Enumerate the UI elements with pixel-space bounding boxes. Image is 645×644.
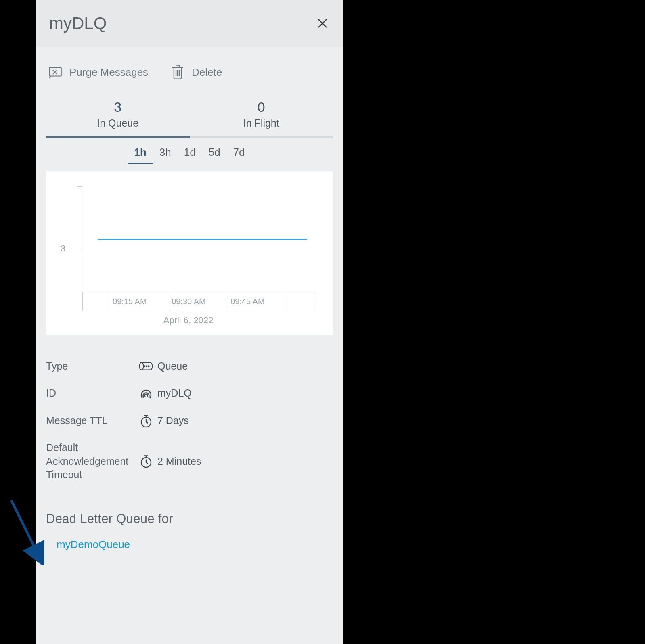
clock-icon — [139, 454, 153, 468]
fingerprint-icon — [139, 386, 153, 401]
chart-card: 3 09:15 AM 09:30 AM 09:45 AM April 6, 20… — [46, 171, 333, 335]
close-icon — [316, 17, 329, 29]
delete-label: Delete — [192, 66, 222, 79]
queue-detail-panel: myDLQ Purge Messages Delete 3 In Qu — [36, 0, 343, 644]
prop-type: Type Queue — [46, 353, 333, 380]
property-list: Type Queue ID myDLQ Message TTL 7 Days — [46, 353, 333, 488]
svg-point-4 — [144, 366, 145, 367]
dlq-section-title: Dead Letter Queue for — [46, 512, 333, 526]
trash-icon — [171, 65, 184, 79]
prop-ack-timeout: Default Acknowledgement Timeout 2 Minute… — [46, 435, 333, 488]
range-1h[interactable]: 1h — [128, 144, 153, 164]
range-7d[interactable]: 7d — [227, 144, 251, 164]
clock-icon — [139, 414, 153, 428]
in-queue-label: In Queue — [46, 117, 190, 129]
svg-point-3 — [146, 366, 147, 367]
message-count-chart: 3 09:15 AM 09:30 AM 09:45 AM — [53, 186, 323, 311]
in-flight-label: In Flight — [190, 117, 333, 129]
x-tick: 09:15 AM — [109, 292, 168, 311]
action-bar: Purge Messages Delete — [46, 58, 333, 86]
chart-date: April 6, 2022 — [53, 315, 323, 326]
purge-icon — [48, 65, 62, 79]
delete-button[interactable]: Delete — [171, 65, 222, 79]
prop-id: ID myDLQ — [46, 380, 333, 407]
in-queue-count: 3 — [46, 99, 190, 115]
purge-messages-button[interactable]: Purge Messages — [48, 65, 148, 79]
tab-in-queue[interactable]: 3 In Queue — [46, 95, 190, 136]
tab-underline — [46, 136, 333, 138]
close-button[interactable] — [315, 16, 330, 31]
queue-icon — [139, 362, 153, 371]
chart-series-line — [98, 239, 307, 240]
queue-title: myDLQ — [49, 14, 107, 33]
range-5d[interactable]: 5d — [202, 144, 227, 164]
in-flight-count: 0 — [190, 99, 333, 115]
svg-point-2 — [148, 366, 149, 367]
panel-body: Purge Messages Delete 3 In Queue 0 In Fl… — [36, 47, 343, 567]
range-1d[interactable]: 1d — [178, 144, 202, 164]
svg-point-1 — [139, 363, 143, 370]
panel-header: myDLQ — [36, 0, 343, 47]
x-tick: 09:45 AM — [227, 292, 286, 311]
svg-line-7 — [11, 500, 39, 556]
x-tick: 09:30 AM — [168, 292, 227, 311]
y-tick-label: 3 — [61, 243, 65, 254]
prop-ttl: Message TTL 7 Days — [46, 407, 333, 435]
range-3h[interactable]: 3h — [153, 144, 178, 164]
count-tabs: 3 In Queue 0 In Flight — [46, 95, 333, 136]
tab-in-flight[interactable]: 0 In Flight — [190, 95, 333, 136]
purge-label: Purge Messages — [69, 66, 148, 79]
time-range-selector: 1h 3h 1d 5d 7d — [46, 144, 333, 164]
x-axis: 09:15 AM 09:30 AM 09:45 AM — [82, 292, 315, 311]
dlq-source-queue-link[interactable]: myDemoQueue — [46, 538, 333, 551]
